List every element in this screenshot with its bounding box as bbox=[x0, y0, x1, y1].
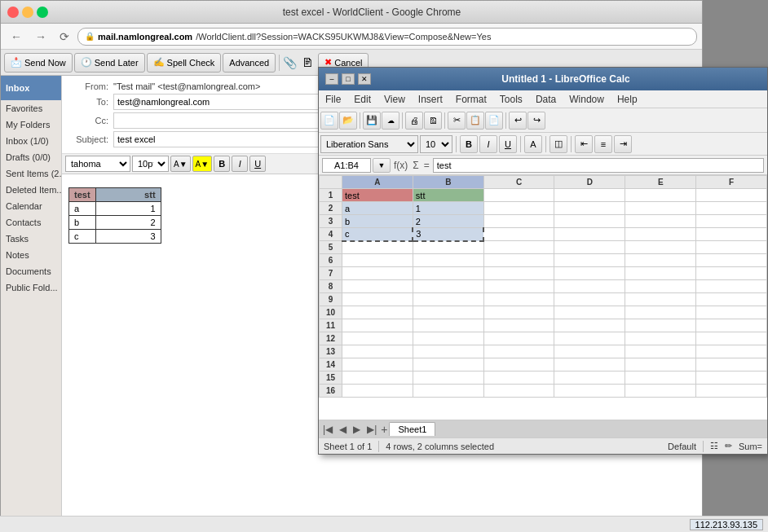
calc-menu-file[interactable]: File bbox=[319, 92, 347, 107]
sidebar-item-documents[interactable]: Documents bbox=[1, 263, 61, 279]
cell-b13[interactable] bbox=[413, 358, 483, 372]
formula-sum-icon[interactable]: Σ bbox=[411, 160, 420, 171]
cell-a13[interactable] bbox=[342, 358, 413, 372]
formula-fx-icon[interactable]: f(x) bbox=[392, 160, 409, 171]
cell-b1[interactable]: 1 bbox=[413, 202, 483, 215]
calc-italic-button[interactable]: I bbox=[479, 135, 497, 153]
cell-b11[interactable] bbox=[413, 332, 483, 345]
cell-c2[interactable] bbox=[483, 215, 554, 228]
cell-d9[interactable] bbox=[554, 306, 625, 319]
formula-equals-icon[interactable]: = bbox=[422, 160, 431, 171]
col-header-c[interactable]: C bbox=[483, 176, 554, 189]
cell-e3[interactable] bbox=[625, 228, 696, 241]
send-now-button[interactable]: 📩 Send Now bbox=[4, 53, 73, 73]
cell-f6[interactable] bbox=[696, 267, 767, 280]
cell-b2[interactable]: 2 bbox=[413, 215, 483, 228]
cell-a10[interactable] bbox=[342, 319, 413, 332]
cell-d10[interactable] bbox=[554, 319, 625, 332]
reload-button[interactable]: ⟳ bbox=[55, 28, 74, 46]
cell-b15[interactable] bbox=[413, 385, 483, 398]
cell-e8[interactable] bbox=[625, 293, 696, 306]
cell-reference-box[interactable]: A1:B4 bbox=[322, 158, 371, 173]
cell-a4[interactable] bbox=[342, 241, 413, 254]
cell-f9[interactable] bbox=[696, 306, 767, 319]
add-sheet-button[interactable]: + bbox=[381, 423, 387, 436]
cell-d0[interactable] bbox=[554, 189, 625, 202]
cell-d4[interactable] bbox=[554, 241, 625, 254]
calc-print-button[interactable]: 🖨 bbox=[405, 112, 423, 130]
cell-c6[interactable] bbox=[483, 267, 554, 280]
sheet-nav-prev[interactable]: ◀ bbox=[337, 424, 349, 435]
sheet-nav-first[interactable]: |◀ bbox=[320, 424, 335, 435]
cell-c7[interactable] bbox=[483, 280, 554, 293]
cell-e15[interactable] bbox=[625, 385, 696, 398]
calc-align-left-button[interactable]: ⇤ bbox=[575, 135, 593, 153]
calc-size-select[interactable]: 10 bbox=[420, 135, 452, 153]
cell-f13[interactable] bbox=[696, 358, 767, 372]
cell-b7[interactable] bbox=[413, 280, 483, 293]
calc-menu-insert[interactable]: Insert bbox=[412, 92, 449, 107]
cell-e6[interactable] bbox=[625, 267, 696, 280]
col-header-d[interactable]: D bbox=[554, 176, 625, 189]
cell-f10[interactable] bbox=[696, 319, 767, 332]
cell-d13[interactable] bbox=[554, 358, 625, 372]
sidebar-item-tasks[interactable]: Tasks bbox=[1, 231, 61, 247]
calc-maximize-button[interactable]: □ bbox=[342, 73, 355, 85]
advanced-button[interactable]: Advanced bbox=[223, 53, 276, 73]
cell-c13[interactable] bbox=[483, 358, 554, 372]
calc-undo-button[interactable]: ↩ bbox=[509, 112, 527, 130]
cell-b6[interactable] bbox=[413, 267, 483, 280]
cell-e0[interactable] bbox=[625, 189, 696, 202]
cell-d11[interactable] bbox=[554, 332, 625, 345]
highlight-button[interactable]: A▼ bbox=[192, 156, 213, 172]
forward-button[interactable]: → bbox=[30, 28, 51, 46]
calc-borders-button[interactable]: ◫ bbox=[550, 135, 567, 153]
sidebar-item-deleted-items[interactable]: Deleted Item... bbox=[1, 182, 61, 198]
cell-f0[interactable] bbox=[696, 189, 767, 202]
cell-c8[interactable] bbox=[483, 293, 554, 306]
calc-save-button[interactable]: 💾 bbox=[363, 112, 381, 130]
calc-new-button[interactable]: 📄 bbox=[320, 112, 338, 130]
bold-button[interactable]: B bbox=[214, 156, 230, 172]
cell-c0[interactable] bbox=[483, 189, 554, 202]
sidebar-item-drafts[interactable]: Drafts (0/0) bbox=[1, 149, 61, 165]
col-header-b[interactable]: B bbox=[413, 176, 483, 189]
cell-d1[interactable] bbox=[554, 202, 625, 215]
sidebar-item-public-folders[interactable]: Public Fold... bbox=[1, 279, 61, 296]
cell-e4[interactable] bbox=[625, 241, 696, 254]
cell-f5[interactable] bbox=[696, 254, 767, 267]
cell-e7[interactable] bbox=[625, 280, 696, 293]
calc-font-color-button[interactable]: A bbox=[524, 135, 542, 153]
cell-c9[interactable] bbox=[483, 306, 554, 319]
cell-a11[interactable] bbox=[342, 332, 413, 345]
col-header-a[interactable]: A bbox=[342, 176, 413, 189]
cell-a9[interactable] bbox=[342, 306, 413, 319]
cell-c15[interactable] bbox=[483, 385, 554, 398]
col-header-f[interactable]: F bbox=[696, 176, 767, 189]
cell-b9[interactable] bbox=[413, 306, 483, 319]
send-later-button[interactable]: 🕐 Send Later bbox=[74, 53, 145, 73]
cell-a6[interactable] bbox=[342, 267, 413, 280]
sidebar-item-my-folders[interactable]: My Folders bbox=[1, 117, 61, 133]
cell-e10[interactable] bbox=[625, 319, 696, 332]
cell-f8[interactable] bbox=[696, 293, 767, 306]
font-family-select[interactable]: tahoma bbox=[65, 156, 130, 172]
underline-button[interactable]: U bbox=[249, 156, 266, 172]
cell-d15[interactable] bbox=[554, 385, 625, 398]
calc-menu-data[interactable]: Data bbox=[529, 92, 563, 107]
sidebar-item-inbox[interactable]: Inbox (1/0) bbox=[1, 133, 61, 149]
font-size-select[interactable]: 10pt bbox=[132, 156, 169, 172]
cell-b0[interactable]: stt bbox=[413, 189, 483, 202]
calc-menu-help[interactable]: Help bbox=[611, 92, 644, 107]
cell-f15[interactable] bbox=[696, 385, 767, 398]
calc-copy-button[interactable]: 📋 bbox=[466, 112, 484, 130]
sidebar-item-notes[interactable]: Notes bbox=[1, 247, 61, 263]
sidebar-item-favorites[interactable]: Favorites bbox=[1, 100, 61, 117]
cell-e1[interactable] bbox=[625, 202, 696, 215]
cell-e11[interactable] bbox=[625, 332, 696, 345]
calc-close-button[interactable]: ✕ bbox=[358, 73, 371, 85]
cell-a0[interactable]: test bbox=[342, 189, 413, 202]
sheet-nav-next[interactable]: ▶ bbox=[351, 424, 363, 435]
cell-c4[interactable] bbox=[483, 241, 554, 254]
cell-a1[interactable]: a bbox=[342, 202, 413, 215]
